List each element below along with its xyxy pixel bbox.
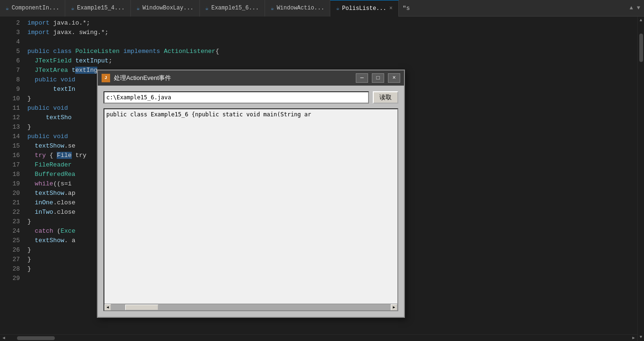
line-num: 15 xyxy=(4,141,20,151)
line-num: 19 xyxy=(4,179,20,189)
scroll-thumb[interactable] xyxy=(639,34,643,62)
scroll-down-arrow[interactable]: ▼ xyxy=(638,333,644,341)
line-num: 21 xyxy=(4,198,20,208)
line-num: 10 xyxy=(4,94,20,104)
line-num: 29 xyxy=(4,274,20,283)
tab-bar: ☕ ComponentIn... ☕ Example15_4... ☕ Wind… xyxy=(0,0,644,17)
hscroll-track[interactable] xyxy=(8,335,630,341)
line-num: 14 xyxy=(4,132,20,141)
tab-extra: "s xyxy=(399,0,414,17)
line-num: 22 xyxy=(4,208,20,217)
close-tab-icon[interactable]: × xyxy=(389,5,393,12)
tab-label: Example15_6... xyxy=(211,5,259,11)
java-file-icon: ☕ xyxy=(137,5,140,11)
hscroll-left-arrow[interactable]: ◀ xyxy=(0,335,8,341)
dialog-body: 读取 public class Example15_6 {npublic sta… xyxy=(98,86,404,317)
line-num: 13 xyxy=(4,122,20,132)
code-line-2: import java.io.*; xyxy=(27,18,637,28)
line-num: 28 xyxy=(4,264,20,274)
tab-example15-4[interactable]: ☕ Example15_4... xyxy=(65,0,130,17)
dialog-maximize-button[interactable]: □ xyxy=(372,73,384,83)
line-num: 16 xyxy=(4,151,20,160)
tab-policelisten[interactable]: ☕ PolisListe... × xyxy=(330,0,398,17)
code-line-4 xyxy=(27,37,637,47)
read-button[interactable]: 读取 xyxy=(373,91,398,104)
content-textarea[interactable]: public class Example15_6 {npublic static… xyxy=(104,109,397,304)
tab-label: ComponentIn... xyxy=(12,5,60,11)
dialog-close-button[interactable]: × xyxy=(388,73,400,83)
line-num: 6 xyxy=(4,56,20,66)
line-num: 8 xyxy=(4,75,20,85)
dialog-titlebar: J 处理ActionEvent事件 — □ × xyxy=(98,70,404,86)
textarea-hscroll-thumb[interactable] xyxy=(125,305,158,310)
scroll-track[interactable] xyxy=(638,24,644,333)
tab-label: Example15_4... xyxy=(77,5,125,11)
line-num: 12 xyxy=(4,113,20,122)
line-num: 9 xyxy=(4,85,20,94)
line-num: 11 xyxy=(4,104,20,113)
textarea-hscroll-left-icon[interactable]: ◀ xyxy=(104,304,111,311)
tab-scroll-buttons: ▲ ▼ xyxy=(628,4,644,12)
line-num: 23 xyxy=(4,217,20,227)
line-num: 4 xyxy=(4,37,20,47)
dialog-toolbar: 读取 xyxy=(103,91,398,104)
horizontal-scrollbar[interactable]: ◀ ▶ xyxy=(0,334,637,341)
line-num: 24 xyxy=(4,227,20,236)
java-file-icon: ☕ xyxy=(71,5,74,11)
tab-windowboxlay[interactable]: ☕ WindowBoxLay... xyxy=(131,0,200,17)
line-num: 2 xyxy=(4,18,20,28)
java-file-icon: ☕ xyxy=(6,5,9,11)
line-numbers: 2 3 4 5 6 7 8 9 10 11 12 13 14 15 16 17 … xyxy=(0,17,24,341)
extra-icon: "s xyxy=(403,5,410,12)
line-num: 7 xyxy=(4,66,20,75)
textarea-container: public class Example15_6 {npublic static… xyxy=(103,108,398,311)
tab-example15-6[interactable]: ☕ Example15_6... xyxy=(200,0,265,17)
tab-label: PolisListe... xyxy=(342,5,386,12)
dialog-title: 处理ActionEvent事件 xyxy=(114,74,352,82)
java-file-icon: ☕ xyxy=(336,5,339,11)
tab-scroll-up-icon[interactable]: ▲ xyxy=(628,4,635,12)
editor: ☕ ComponentIn... ☕ Example15_4... ☕ Wind… xyxy=(0,0,644,341)
code-line-6: JTextField textInput; xyxy=(27,56,637,66)
line-num: 3 xyxy=(4,28,20,37)
line-num: 18 xyxy=(4,170,20,179)
code-line-5: public class PoliceListen implements Act… xyxy=(27,47,637,56)
line-num: 20 xyxy=(4,189,20,198)
tab-componentIn[interactable]: ☕ ComponentIn... xyxy=(0,0,65,17)
java-file-icon: ☕ xyxy=(206,5,209,11)
tab-windowactio[interactable]: ☕ WindowActio... xyxy=(265,0,330,17)
code-line-3: import javax. swing.*; xyxy=(27,28,637,37)
hscroll-thumb[interactable] xyxy=(17,336,55,340)
dialog-app-icon: J xyxy=(102,74,110,82)
filepath-input[interactable] xyxy=(103,91,369,104)
tab-scroll-down-icon[interactable]: ▼ xyxy=(635,4,642,12)
line-num: 26 xyxy=(4,245,20,255)
dialog-window: J 处理ActionEvent事件 — □ × 读取 public class … xyxy=(97,70,405,318)
line-num: 25 xyxy=(4,236,20,245)
line-num: 5 xyxy=(4,47,20,56)
hscroll-right-arrow[interactable]: ▶ xyxy=(630,335,637,341)
textarea-hscroll-track[interactable] xyxy=(111,304,391,311)
tab-label: WindowBoxLay... xyxy=(143,5,194,11)
dialog-minimize-button[interactable]: — xyxy=(356,73,368,83)
java-file-icon: ☕ xyxy=(271,5,274,11)
textarea-hscrollbar[interactable]: ◀ ▶ xyxy=(104,304,397,310)
textarea-hscroll-right-icon[interactable]: ▶ xyxy=(391,304,397,311)
tab-label: WindowActio... xyxy=(277,5,325,11)
line-num: 17 xyxy=(4,160,20,170)
vertical-scrollbar[interactable]: ▲ ▼ xyxy=(637,17,644,341)
scroll-up-arrow[interactable]: ▲ xyxy=(638,17,644,24)
line-num: 27 xyxy=(4,255,20,264)
